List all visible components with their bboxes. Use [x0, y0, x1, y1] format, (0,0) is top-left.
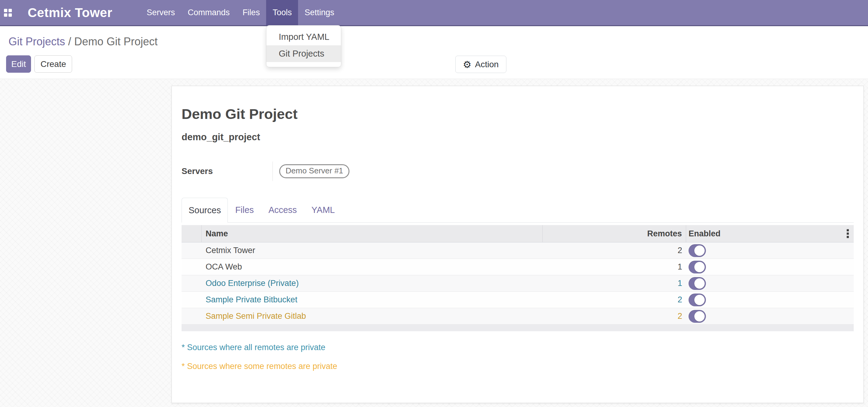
enabled-cell	[686, 244, 854, 257]
table-row[interactable]: Sample Private Bitbucket 2	[182, 292, 854, 308]
remotes-count-cell: 1	[542, 279, 686, 288]
enabled-cell	[686, 277, 854, 290]
header-selector-cell	[182, 225, 202, 242]
apps-menu-square	[8, 9, 12, 12]
source-name-cell[interactable]: Sample Private Bitbucket	[202, 295, 542, 305]
legend-semi-private-note: * Sources where some remotes are private	[182, 362, 854, 371]
row-selector-cell	[182, 243, 202, 258]
breadcrumb: Git Projects / Demo Git Project	[8, 35, 158, 48]
optional-columns-icon[interactable]	[845, 228, 850, 240]
sources-table: Name Remotes Enabled Cetmix Tower 2 OCA …	[182, 225, 854, 331]
enabled-toggle[interactable]	[688, 277, 706, 290]
control-panel: Git Projects / Demo Git Project Edit Cre…	[0, 26, 868, 79]
remotes-count-cell: 2	[542, 246, 686, 255]
table-row[interactable]: OCA Web 1	[182, 259, 854, 275]
tab-access[interactable]: Access	[261, 198, 304, 222]
dropdown-item-git-projects[interactable]: Git Projects	[267, 45, 341, 62]
button-group: Edit Create	[6, 55, 72, 73]
legend-private-note: * Sources where all remotes are private	[182, 343, 854, 352]
tools-dropdown-menu: Import YAML Git Projects	[266, 25, 341, 67]
notebook-tabs: Sources Files Access YAML	[182, 198, 854, 223]
servers-field-row: Servers Demo Server #1	[182, 161, 854, 181]
enabled-toggle[interactable]	[688, 293, 706, 306]
header-name[interactable]: Name	[202, 225, 542, 242]
record-title: Demo Git Project	[182, 106, 854, 122]
table-footer-strip	[182, 324, 854, 331]
table-row[interactable]: Odoo Enterprise (Private) 1	[182, 275, 854, 292]
remotes-count-cell: 2	[542, 295, 686, 305]
table-row[interactable]: Sample Semi Private Gitlab 2	[182, 308, 854, 324]
header-remotes[interactable]: Remotes	[542, 225, 686, 242]
servers-field-value: Demo Server #1	[273, 161, 349, 181]
record-technical-name: demo_git_project	[182, 132, 854, 143]
nav-item-servers[interactable]: Servers	[140, 0, 181, 25]
enabled-toggle[interactable]	[688, 261, 706, 274]
nav-item-tools[interactable]: Tools Import YAML Git Projects	[266, 0, 298, 25]
tab-sources[interactable]: Sources	[182, 198, 228, 223]
gear-icon: ⚙	[463, 59, 471, 70]
row-selector-cell	[182, 275, 202, 291]
server-tag[interactable]: Demo Server #1	[279, 164, 349, 178]
top-navbar: Cetmix Tower Servers Commands Files Tool…	[0, 0, 868, 26]
navbar-menu: Servers Commands Files Tools Import YAML…	[140, 0, 341, 25]
tab-files[interactable]: Files	[228, 198, 261, 222]
row-selector-cell	[182, 308, 202, 324]
header-enabled[interactable]: Enabled	[686, 225, 854, 242]
table-header: Name Remotes Enabled	[182, 225, 854, 243]
nav-item-files[interactable]: Files	[236, 0, 266, 25]
main-content-area: Demo Git Project demo_git_project Server…	[0, 80, 868, 407]
edit-button[interactable]: Edit	[6, 55, 31, 73]
source-name-cell[interactable]: OCA Web	[202, 262, 542, 272]
enabled-cell	[686, 293, 854, 306]
action-button-label: Action	[475, 60, 499, 69]
apps-menu-icon[interactable]	[4, 9, 12, 17]
enabled-cell	[686, 310, 854, 323]
nav-item-commands[interactable]: Commands	[181, 0, 236, 25]
source-name-cell[interactable]: Cetmix Tower	[202, 246, 542, 255]
enabled-toggle[interactable]	[688, 310, 706, 323]
nav-item-settings[interactable]: Settings	[298, 0, 341, 25]
source-name-cell[interactable]: Sample Semi Private Gitlab	[202, 312, 542, 321]
apps-menu-square	[4, 13, 7, 17]
breadcrumb-separator: /	[68, 35, 74, 48]
table-row[interactable]: Cetmix Tower 2	[182, 243, 854, 259]
nav-item-tools-label: Tools	[273, 8, 292, 17]
breadcrumb-parent-link[interactable]: Git Projects	[8, 35, 65, 48]
action-button[interactable]: ⚙ Action	[455, 56, 506, 73]
servers-field-label: Servers	[182, 166, 273, 176]
app-brand[interactable]: Cetmix Tower	[28, 5, 112, 20]
apps-menu-square	[8, 13, 12, 17]
create-button[interactable]: Create	[34, 55, 72, 73]
row-selector-cell	[182, 292, 202, 308]
remotes-count-cell: 1	[542, 262, 686, 272]
tab-yaml[interactable]: YAML	[304, 198, 342, 222]
dropdown-item-import-yaml[interactable]: Import YAML	[267, 29, 341, 45]
apps-menu-square	[4, 9, 7, 12]
form-card: Demo Git Project demo_git_project Server…	[172, 86, 864, 403]
enabled-toggle[interactable]	[688, 244, 706, 257]
remotes-count-cell: 2	[542, 312, 686, 321]
breadcrumb-current: Demo Git Project	[74, 35, 158, 48]
source-name-cell[interactable]: Odoo Enterprise (Private)	[202, 279, 542, 288]
row-selector-cell	[182, 259, 202, 275]
enabled-cell	[686, 261, 854, 274]
